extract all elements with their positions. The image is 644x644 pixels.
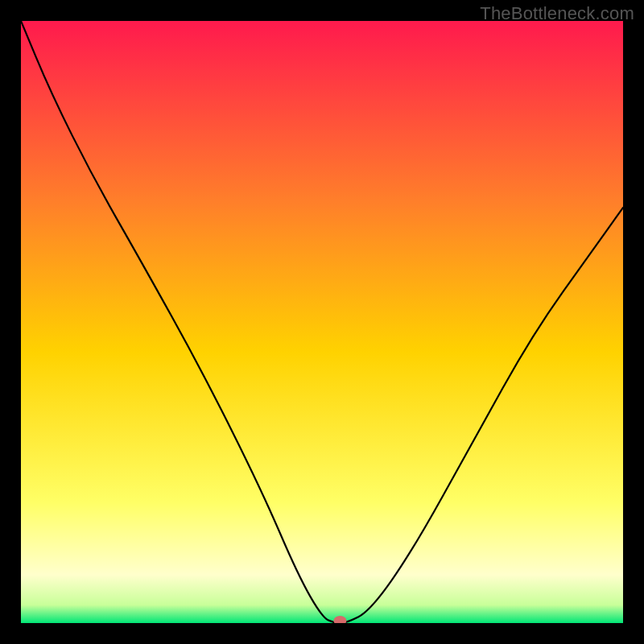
bottleneck-curve [21, 21, 623, 623]
chart-svg [21, 21, 623, 623]
chart-frame [21, 21, 623, 623]
plot-area [21, 21, 623, 623]
watermark-text: TheBottleneck.com [480, 3, 634, 24]
optimum-marker [333, 616, 346, 623]
